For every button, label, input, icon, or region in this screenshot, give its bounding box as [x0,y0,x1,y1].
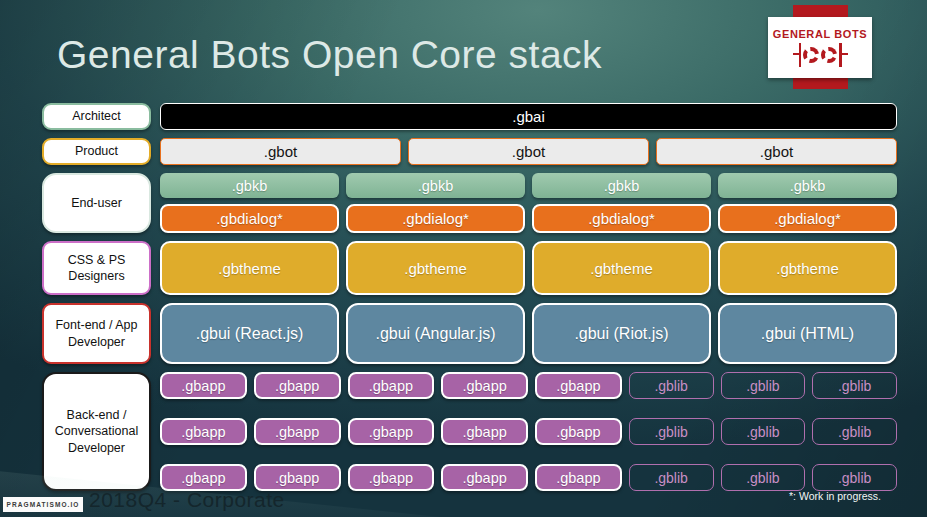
gbdialog-box: .gbdialog* [346,204,525,233]
slide: General Bots Open Core stack GENERAL BOT… [0,0,927,517]
gbapp-box: .gbapp [254,464,341,491]
gblib-box: .gblib [629,464,714,491]
gbdialog-box: .gbdialog* [160,204,339,233]
gbkb-box: .gbkb [346,173,525,198]
gbdialog-box: .gbdialog* [532,204,711,233]
gbapp-box: .gbapp [535,372,622,399]
page-title: General Bots Open Core stack [57,33,602,77]
gbapp-box: .gbapp [348,464,435,491]
gblib-box: .gblib [629,418,714,445]
gear-bar-right [839,43,842,67]
gbapp-box: .gbapp [160,372,247,399]
gbapp-box: .gbapp [535,418,622,445]
band-backend: Back-end / Conversational Developer .gba… [42,372,897,491]
gblib-box: .gblib [812,372,897,399]
gbkb-box: .gbkb [160,173,339,198]
gbapp-box: .gbapp [441,372,528,399]
band-end-user: End-user .gbkb .gbkb .gbkb .gbkb .gbdial… [42,173,897,233]
gbkb-box: .gbkb [718,173,897,198]
row-label-architect: Architect [42,103,151,130]
gbapp-box: .gbapp [254,372,341,399]
general-bots-logo: GENERAL BOTS [768,17,872,78]
band-frontend: Font-end / App Developer .gbui (React.js… [42,303,897,364]
gear-icon [821,47,837,63]
pragmatismo-logo: PRAGMATISMO.IO [3,497,83,512]
gbai-box: .gbai [160,103,897,130]
gbapp-box: .gbapp [441,464,528,491]
gblib-box: .gblib [629,372,714,399]
gbapp-box: .gbapp [348,418,435,445]
gblib-box: .gblib [812,418,897,445]
gears-icon [799,42,842,68]
band-designers: CSS & PS Designers .gbtheme .gbtheme .gb… [42,241,897,295]
gbkb-box: .gbkb [532,173,711,198]
gear-icon [803,47,819,63]
gblib-box: .gblib [721,418,806,445]
band-architect: Architect .gbai [42,103,897,130]
gbapp-box: .gbapp [441,418,528,445]
gbtheme-box: .gbtheme [160,241,339,295]
gblib-box: .gblib [721,372,806,399]
work-in-progress-note: *: Work in progress. [789,490,881,502]
gbapp-box: .gbapp [160,418,247,445]
row-label-frontend: Font-end / App Developer [42,303,151,364]
gbot-box: .gbot [160,138,401,165]
gbui-box: .gbui (HTML) [718,303,897,364]
gbot-box: .gbot [408,138,649,165]
gbot-box: .gbot [656,138,897,165]
gbtheme-box: .gbtheme [532,241,711,295]
gbui-box: .gbui (React.js) [160,303,339,364]
row-label-product: Product [42,138,151,165]
footer-version-text: 2018Q4 - Corporate [89,488,285,512]
logo-brand-text: GENERAL BOTS [773,28,867,40]
gbdialog-box: .gbdialog* [718,204,897,233]
row-label-designers: CSS & PS Designers [42,241,151,295]
gear-bar-left [799,43,802,67]
gbtheme-box: .gbtheme [718,241,897,295]
gbtheme-box: .gbtheme [346,241,525,295]
gbui-box: .gbui (Riot.js) [532,303,711,364]
gbapp-box: .gbapp [348,372,435,399]
gbapp-box: .gbapp [160,464,247,491]
stack-diagram: Architect .gbai Product .gbot .gbot .gbo… [42,103,897,491]
band-product: Product .gbot .gbot .gbot [42,138,897,165]
row-label-backend: Back-end / Conversational Developer [42,372,151,491]
gbui-box: .gbui (Angular.js) [346,303,525,364]
row-label-end-user: End-user [42,173,151,233]
gblib-box: .gblib [721,464,806,491]
gbapp-box: .gbapp [254,418,341,445]
gbapp-box: .gbapp [535,464,622,491]
gblib-box: .gblib [812,464,897,491]
